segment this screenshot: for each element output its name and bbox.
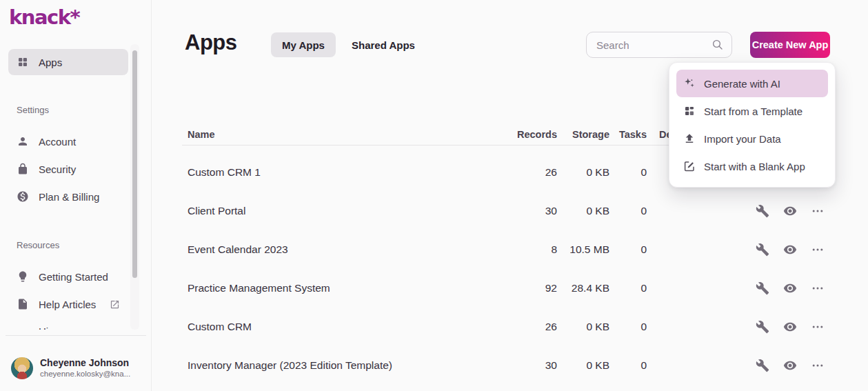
table-row: Custom CRM 26 0 KB 0	[182, 308, 830, 346]
preview-eye-icon[interactable]	[783, 359, 797, 372]
builder-wrench-icon[interactable]	[756, 243, 769, 257]
sidebar-item-label: Apps	[39, 57, 62, 68]
column-header-records: Records	[507, 129, 557, 140]
tasks-value: 0	[609, 243, 647, 256]
tasks-value: 0	[609, 166, 647, 179]
user-name: Cheyenne Johnson	[40, 357, 130, 369]
column-header-tasks: Tasks	[609, 129, 647, 140]
page-title: Apps	[185, 30, 237, 55]
sidebar-item-label: Security	[39, 163, 76, 175]
storage-value: 0 KB	[557, 321, 609, 333]
sidebar-divider	[6, 335, 146, 336]
lightbulb-icon	[17, 270, 29, 283]
tasks-value: 0	[609, 321, 647, 333]
create-app-menu: Generate with AI Start from a Template I…	[669, 62, 836, 188]
dollar-circle-icon	[17, 190, 29, 203]
app-name[interactable]: Client Portal	[188, 205, 507, 217]
edit-icon	[683, 160, 696, 172]
table-body: Custom CRM 1 26 0 KB 0 Client Portal 30 …	[182, 153, 830, 385]
sidebar-item-label: Help Articles	[39, 299, 96, 310]
records-value: 30	[507, 205, 557, 217]
sidebar-item-plan-billing[interactable]: Plan & Billing	[8, 183, 128, 210]
records-value: 26	[507, 166, 557, 179]
user-icon	[17, 135, 29, 148]
table-row: Inventory Manager (2023 Edition Template…	[182, 346, 830, 385]
sidebar-item-label: Getting Started	[39, 271, 108, 283]
records-value: 8	[507, 243, 557, 256]
storage-value: 28.4 KB	[557, 282, 609, 294]
menu-item-import-your-data[interactable]: Import your Data	[676, 125, 828, 152]
sidebar-item-label: Account	[39, 136, 76, 148]
lock-icon	[17, 163, 29, 175]
create-new-app-button[interactable]: Create New App	[750, 32, 830, 58]
preview-eye-icon[interactable]	[783, 281, 797, 295]
app-name[interactable]: Practice Management System	[188, 282, 507, 294]
sidebar-item-getting-started[interactable]: Getting Started	[8, 263, 128, 290]
sidebar-item-account[interactable]: Account	[8, 128, 128, 154]
sidebar-scrollbar-thumb[interactable]	[132, 50, 137, 278]
preview-eye-icon[interactable]	[783, 204, 797, 218]
storage-value: 0 KB	[557, 205, 609, 217]
column-header-storage: Storage	[557, 129, 609, 140]
more-options-icon[interactable]	[811, 359, 825, 372]
builder-wrench-icon[interactable]	[756, 204, 769, 218]
external-link-icon	[110, 299, 120, 310]
records-value: 26	[507, 321, 557, 333]
sidebar-item-hire-an-expert[interactable]: Hire an Expert	[8, 324, 128, 330]
upload-icon	[683, 132, 696, 145]
sidebar-item-apps[interactable]: Apps	[8, 49, 128, 75]
more-options-icon[interactable]	[811, 204, 825, 218]
sidebar-scrollbar-track[interactable]	[130, 44, 139, 330]
sidebar-item-label: Hire an Expert	[39, 325, 101, 330]
knack-logo: knack*	[9, 6, 79, 29]
more-options-icon[interactable]	[811, 243, 825, 257]
app-window: knack* Apps Settings Account Security Pl…	[0, 0, 868, 391]
apps-grid-icon	[17, 56, 29, 68]
builder-wrench-icon[interactable]	[756, 359, 769, 372]
app-name[interactable]: Custom CRM 1	[188, 166, 507, 179]
template-grid-icon	[683, 105, 696, 117]
sidebar-item-label: Plan & Billing	[39, 191, 99, 203]
menu-item-label: Import your Data	[704, 133, 781, 145]
avatar	[11, 357, 33, 379]
tasks-value: 0	[609, 359, 647, 372]
preview-eye-icon[interactable]	[783, 320, 797, 334]
more-options-icon[interactable]	[811, 281, 825, 295]
main-content: Apps My Apps Shared Apps Create New App …	[152, 0, 868, 391]
tab-shared-apps[interactable]: Shared Apps	[341, 32, 426, 57]
app-name[interactable]: Inventory Manager (2023 Edition Template…	[188, 359, 507, 372]
sidebar-scroll-area: Apps Settings Account Security Plan & Bi…	[0, 44, 141, 330]
storage-value: 0 KB	[557, 359, 609, 372]
sidebar-item-security[interactable]: Security	[8, 156, 128, 182]
document-icon	[17, 298, 29, 310]
user-email: cheyenne.kolosky@kna...	[40, 369, 130, 379]
user-profile[interactable]: Cheyenne Johnson cheyenne.kolosky@kna...	[11, 354, 146, 382]
search-input[interactable]	[586, 32, 732, 58]
storage-value: 10.5 MB	[557, 243, 609, 256]
menu-item-start-from-template[interactable]: Start from a Template	[676, 97, 828, 125]
app-name[interactable]: Custom CRM	[188, 321, 507, 333]
preview-eye-icon[interactable]	[783, 243, 797, 257]
column-header-name: Name	[188, 129, 507, 140]
builder-wrench-icon[interactable]	[756, 320, 769, 334]
tasks-value: 0	[609, 205, 647, 217]
tab-my-apps[interactable]: My Apps	[271, 32, 336, 57]
sidebar-item-help-articles[interactable]: Help Articles	[8, 291, 128, 317]
records-value: 92	[507, 282, 557, 294]
tasks-value: 0	[609, 282, 647, 294]
menu-item-label: Generate with AI	[704, 78, 780, 90]
menu-item-generate-with-ai[interactable]: Generate with AI	[676, 70, 828, 97]
more-options-icon[interactable]	[811, 320, 825, 334]
builder-wrench-icon[interactable]	[756, 281, 769, 295]
menu-item-label: Start from a Template	[704, 106, 803, 117]
table-row: Client Portal 30 0 KB 0	[182, 192, 830, 230]
table-row: Event Calendar 2023 8 10.5 MB 0	[182, 230, 830, 269]
menu-item-start-blank-app[interactable]: Start with a Blank App	[676, 152, 828, 180]
table-row: Practice Management System 92 28.4 KB 0	[182, 269, 830, 308]
records-value: 30	[507, 359, 557, 372]
sidebar: knack* Apps Settings Account Security Pl…	[0, 0, 152, 391]
storage-value: 0 KB	[557, 166, 609, 179]
settings-section-label: Settings	[17, 105, 49, 115]
app-name[interactable]: Event Calendar 2023	[188, 243, 507, 256]
menu-item-label: Start with a Blank App	[704, 161, 805, 172]
